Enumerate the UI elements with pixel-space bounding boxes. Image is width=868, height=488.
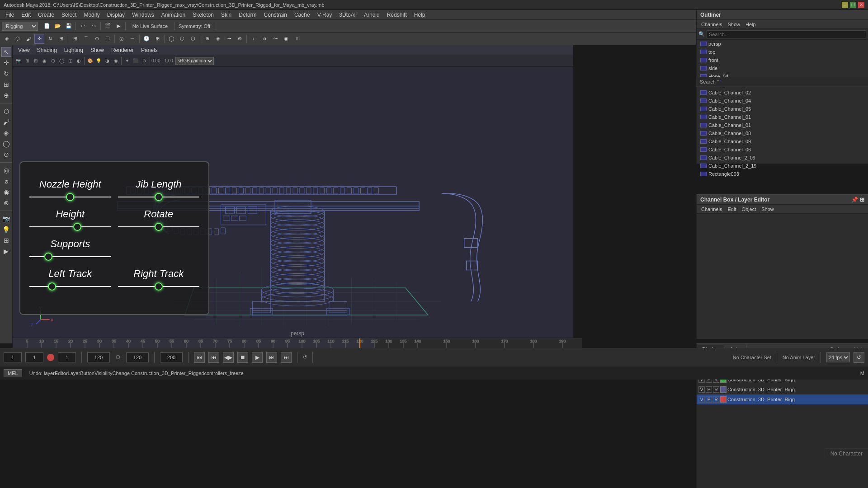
vpt-light-icon[interactable]: 💡 — [94, 56, 103, 66]
xray-icon[interactable]: ◉ — [281, 34, 291, 44]
render-left[interactable]: ▶ — [1, 246, 11, 256]
vpt-xray-icon[interactable]: ◉ — [40, 56, 48, 66]
menu-file[interactable]: File — [2, 11, 18, 19]
menu-display[interactable]: Display — [104, 11, 128, 19]
prev-frame-btn[interactable]: ⏮ — [208, 352, 219, 363]
menu-3dtoall[interactable]: 3DtoAll — [335, 11, 360, 19]
input-icon[interactable]: ⊞ — [152, 34, 162, 44]
menu-arnold[interactable]: Arnold — [360, 11, 383, 19]
jib-length-slider[interactable] — [118, 193, 199, 201]
skip-to-end-btn[interactable]: ⏭ — [281, 352, 292, 363]
outliner-item-cable07[interactable]: Cable_Channel_01 — [697, 121, 868, 129]
menu-redshift[interactable]: Redshift — [383, 11, 410, 19]
vpt-hdr-icon[interactable]: ⬛ — [132, 56, 140, 66]
poly-icon[interactable]: ⬡ — [177, 34, 187, 44]
outliner-item-cable05[interactable]: Cable_Channel_05 — [697, 105, 868, 113]
rotate-tool-left[interactable]: ↻ — [1, 69, 11, 79]
minimize-button[interactable]: – — [842, 2, 848, 8]
soft-select-icon[interactable]: ◎ — [117, 34, 127, 44]
plus-icon[interactable]: + — [249, 34, 259, 44]
open-file-icon[interactable]: 📂 — [53, 21, 63, 31]
camera-left[interactable]: 📷 — [1, 214, 11, 224]
menu-cache[interactable]: Cache — [291, 11, 314, 19]
menu-windows[interactable]: Windows — [128, 11, 158, 19]
rotate-slider[interactable] — [118, 223, 199, 231]
range-end2-input[interactable] — [126, 352, 149, 362]
snap-point-icon[interactable]: ⊙ — [92, 34, 102, 44]
cb-menu-channels[interactable]: Channels — [698, 206, 725, 213]
channelbox-expand-icon[interactable]: ⊞ — [860, 197, 864, 203]
anim-marker-icon[interactable] — [47, 354, 54, 361]
outliner-item-front[interactable]: front — [697, 56, 868, 64]
height-slider[interactable] — [29, 223, 111, 231]
poly-select-left[interactable]: ◈ — [1, 128, 11, 138]
outliner-item-cable02[interactable]: Cable_Channel_02 — [697, 89, 868, 97]
layer-3-p[interactable]: P — [706, 386, 712, 393]
select-tool-left[interactable]: ↖ — [1, 47, 11, 57]
outliner-item-cable09[interactable]: Cable_Channel_09 — [697, 137, 868, 145]
outliner-item-top[interactable]: top — [697, 48, 868, 56]
vpt-shadow-icon[interactable]: ◑ — [103, 56, 111, 66]
move-tool-icon[interactable]: ✛ — [34, 34, 44, 44]
vpt-fx-icon[interactable]: ✦ — [123, 56, 131, 66]
snap-view-icon[interactable]: ☐ — [103, 34, 113, 44]
outliner-menu-display[interactable]: Channels — [698, 21, 725, 28]
nurbs-icon[interactable]: ◯ — [166, 34, 176, 44]
outliner-item-rect003[interactable]: Rectangle003 — [697, 170, 868, 178]
vp-menu-renderer[interactable]: Renderer — [108, 46, 137, 54]
redo-icon[interactable]: ↪ — [89, 21, 99, 31]
rotate-handle[interactable] — [155, 223, 163, 231]
ik-icon[interactable]: ⊶ — [224, 34, 234, 44]
fps-dropdown[interactable]: 24 fps 30 fps 60 fps — [826, 352, 850, 362]
right-track-slider[interactable] — [118, 282, 199, 291]
layer-row-4[interactable]: V P R Construction_3D_Printer_Rigg — [697, 394, 868, 404]
vpt-colorspace-dropdown[interactable]: sRGB gamma — [175, 57, 214, 65]
outliner-item-cable04[interactable]: Cable_Channel_04 — [697, 97, 868, 105]
layer-3-r[interactable]: R — [713, 386, 719, 393]
vp-menu-show[interactable]: Show — [87, 46, 108, 54]
outliner-item-cable06[interactable]: Cable_Channel_01 — [697, 113, 868, 121]
menu-help[interactable]: Help — [410, 11, 429, 19]
lasso-tool-icon[interactable]: ⬡ — [13, 34, 23, 44]
vpt-smooth-icon[interactable]: ◯ — [57, 56, 66, 66]
height-handle[interactable] — [73, 223, 81, 231]
left-track-handle[interactable] — [48, 282, 56, 291]
close-button[interactable]: ✕ — [858, 2, 864, 8]
no-live-surface[interactable]: No Live Surface — [127, 21, 173, 31]
sculpt-tool-left[interactable]: ⌀ — [1, 176, 11, 186]
range-end-input[interactable] — [87, 352, 110, 362]
vp-menu-shading[interactable]: Shading — [33, 46, 61, 54]
play-fwd-btn[interactable]: ▶ — [252, 352, 263, 363]
right-track-handle[interactable] — [155, 282, 163, 291]
channelbox-pin-icon[interactable]: 📌 — [851, 197, 858, 203]
vpt-camera-icon[interactable]: 📷 — [14, 56, 23, 66]
layer-4-color[interactable] — [720, 396, 726, 403]
subdiv-icon[interactable]: ⬡ — [188, 34, 198, 44]
outliner-item-persp[interactable]: persp — [697, 40, 868, 48]
loop-select-left[interactable]: ◯ — [1, 139, 11, 149]
constraint-icon[interactable]: ⊕ — [202, 34, 212, 44]
render-icon[interactable]: 🎬 — [103, 21, 113, 31]
outliner-search-input[interactable] — [707, 30, 866, 38]
vpt-flat-icon[interactable]: ◫ — [66, 56, 74, 66]
menu-vray[interactable]: V-Ray — [314, 11, 336, 19]
play-back-btn[interactable]: ◀▶ — [223, 352, 234, 363]
paint-sel-icon[interactable]: 🖌 — [24, 34, 33, 44]
layer-3-v[interactable]: V — [698, 386, 705, 393]
menu-animation[interactable]: Animation — [158, 11, 189, 19]
mel-python-toggle[interactable]: MEL — [4, 369, 22, 377]
menu-edit[interactable]: Edit — [18, 11, 34, 19]
display-left[interactable]: ⊞ — [1, 235, 11, 245]
timeline-area[interactable]: 5 10 15 20 25 30 35 40 45 50 55 60 65 70… — [13, 338, 582, 348]
total-end-input[interactable] — [160, 352, 183, 362]
scale-tool-left[interactable]: ⊞ — [1, 80, 11, 89]
smooth-icon[interactable]: ⌗ — [292, 34, 302, 44]
stop-btn[interactable]: ⏹ — [237, 352, 248, 363]
history-icon[interactable]: 🕐 — [142, 34, 151, 44]
cb-menu-edit[interactable]: Edit — [725, 206, 739, 213]
viewport-3d[interactable]: persp X Y Z Nozzle Height Jib Length — [13, 67, 573, 338]
ipr-icon[interactable]: ▶ — [113, 21, 123, 31]
skip-to-start-btn[interactable]: ⏮ — [194, 352, 205, 363]
joint-icon[interactable]: ◈ — [213, 34, 223, 44]
loop-btn[interactable]: ↺ — [303, 354, 307, 360]
